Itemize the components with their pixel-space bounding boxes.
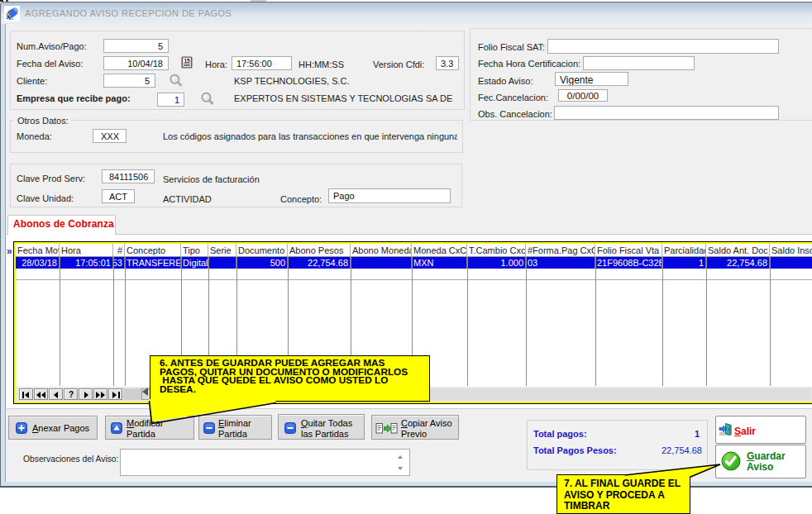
svg-text:15: 15 xyxy=(184,58,190,64)
